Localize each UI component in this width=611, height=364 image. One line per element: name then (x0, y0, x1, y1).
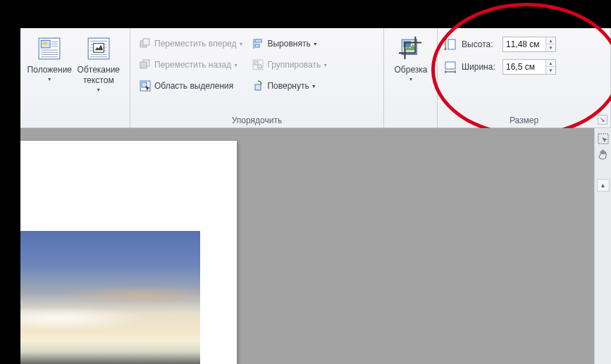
crop-button[interactable]: Обрезка▼ (390, 31, 432, 83)
dropdown-arrow-icon: ▼ (47, 77, 52, 83)
svg-rect-37 (445, 62, 455, 69)
group-arrange: Переместить вперед▼ Переместить назад▼ О… (130, 28, 384, 127)
page (20, 141, 237, 364)
align-label: Выровнять (267, 39, 310, 49)
align-button[interactable]: Выровнять▼ (249, 35, 331, 52)
svg-rect-24 (140, 62, 147, 68)
wrap-text-button[interactable]: Обтекание текстом▼ (73, 31, 124, 94)
dialog-launcher[interactable]: ↘ (598, 115, 607, 125)
height-icon (443, 37, 457, 51)
spinner-down-icon[interactable]: ▼ (546, 44, 555, 51)
document-area[interactable] (20, 128, 611, 364)
wrap-text-label: Обтекание текстом (73, 65, 124, 86)
width-spinner[interactable]: ▲▼ (502, 59, 556, 75)
height-label: Высота: (462, 39, 498, 49)
spinner-up-icon[interactable]: ▲ (546, 37, 555, 44)
group-position-wrap: Положение▼ Обтекание текстом▼ (20, 28, 130, 127)
crop-label: Обрезка (395, 65, 428, 75)
group-label: Группировать (267, 60, 321, 70)
send-backward-label: Переместить назад (154, 60, 231, 70)
width-icon (443, 60, 457, 74)
pan-hand-icon[interactable] (597, 149, 610, 162)
spinner-up-icon[interactable]: ▲ (546, 60, 555, 67)
width-input[interactable] (503, 62, 545, 72)
bring-forward-icon (139, 37, 152, 50)
svg-rect-29 (255, 44, 259, 47)
group-size: Высота: ▲▼ Ширина: ▲▼ (438, 28, 611, 127)
spinner-down-icon[interactable]: ▼ (546, 67, 555, 74)
svg-rect-33 (255, 84, 261, 90)
bring-forward-label: Переместить вперед (154, 39, 236, 49)
svg-rect-32 (258, 65, 261, 68)
send-backward-icon (139, 58, 152, 71)
svg-rect-2 (43, 42, 47, 44)
height-input[interactable] (503, 39, 545, 49)
svg-rect-31 (254, 61, 258, 65)
selection-pane-icon (139, 80, 152, 92)
group-crop: Обрезка▼ (384, 28, 438, 127)
selection-pane-button[interactable]: Область выделения (136, 77, 246, 94)
align-icon (252, 37, 264, 50)
svg-rect-28 (255, 39, 261, 42)
scrollbar-up-button[interactable]: ▲ (597, 179, 610, 192)
width-label: Ширина: (462, 62, 498, 72)
arrange-group-label: Упорядочить (130, 115, 383, 125)
group-icon (252, 58, 264, 71)
group-button[interactable]: Группировать▼ (249, 56, 331, 73)
rotate-label: Повернуть (267, 81, 309, 91)
inserted-picture[interactable] (20, 231, 200, 364)
svg-rect-22 (143, 39, 149, 45)
wrap-text-icon (87, 37, 111, 61)
position-icon (37, 37, 61, 61)
position-button[interactable]: Положение▼ (26, 31, 73, 94)
selection-pane-label: Область выделения (154, 81, 233, 91)
svg-rect-36 (448, 39, 455, 49)
svg-rect-11 (93, 44, 104, 53)
bring-forward-button[interactable]: Переместить вперед▼ (136, 35, 246, 52)
dropdown-arrow-icon: ▼ (409, 77, 414, 83)
crop-icon (399, 37, 423, 61)
select-tool-icon[interactable] (597, 132, 610, 145)
ribbon: Положение▼ Обтекание текстом▼ (20, 28, 611, 128)
dropdown-arrow-icon: ▼ (96, 87, 101, 94)
right-sidebar: ▲ (594, 128, 611, 364)
send-backward-button[interactable]: Переместить назад▼ (136, 56, 246, 73)
position-label: Положение (27, 65, 72, 75)
rotate-icon (252, 80, 264, 92)
rotate-button[interactable]: Повернуть▼ (249, 77, 331, 94)
height-spinner[interactable]: ▲▼ (502, 37, 556, 52)
size-group-label: Размер (438, 115, 610, 125)
